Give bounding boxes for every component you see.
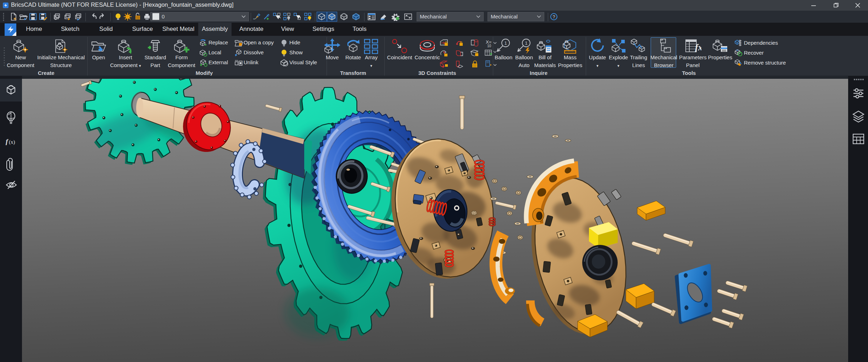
- svg-text:(x): (x): [9, 139, 15, 145]
- svg-text:f: f: [6, 138, 9, 145]
- svg-text:?: ?: [552, 14, 555, 20]
